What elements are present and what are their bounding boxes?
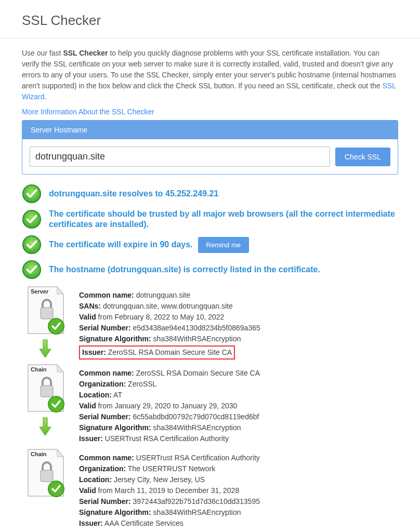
check-row: The certificate should be trusted by all… bbox=[22, 209, 398, 230]
cert-document-icon: Server bbox=[22, 285, 69, 337]
panel-body: Check SSL bbox=[22, 139, 398, 174]
page-header: SSL Checker bbox=[0, 0, 420, 38]
intro-pre: Use our fast bbox=[22, 49, 63, 57]
issuer-highlight: Issuer: ZeroSSL RSA Domain Secure Site C… bbox=[79, 345, 235, 360]
checks-list: dotrungquan.site resolves to 45.252.249.… bbox=[22, 184, 398, 280]
svg-rect-5 bbox=[41, 308, 53, 319]
remind-me-button[interactable]: Remind me bbox=[198, 237, 249, 253]
content-area: Use our fast SSL Checker to help you qui… bbox=[0, 38, 420, 532]
check-icon bbox=[22, 235, 42, 255]
cert-icon-wrap: Server bbox=[22, 285, 69, 360]
cert-details: Common name: dotrungquan.siteSANs: dotru… bbox=[79, 285, 260, 360]
cert-block: Chain Common name: USERTrust RSA Certifi… bbox=[22, 447, 398, 529]
intro-bold: SSL Checker bbox=[63, 49, 108, 57]
check-icon bbox=[22, 209, 42, 229]
svg-text:Chain: Chain bbox=[31, 451, 47, 457]
cert-chain: Server Common name: dotrungquan.siteSANs… bbox=[22, 285, 398, 529]
hostname-panel: Server Hostname Check SSL bbox=[22, 120, 398, 175]
check-row: The hostname (dotrungquan.site) is corre… bbox=[22, 260, 398, 280]
check-row: dotrungquan.site resolves to 45.252.249.… bbox=[22, 184, 398, 204]
cert-block: Chain Common name: ZeroSSL RSA Domain Se… bbox=[22, 363, 398, 444]
hostname-input[interactable] bbox=[30, 147, 330, 167]
arrow-down-icon bbox=[37, 339, 53, 360]
cert-details: Common name: ZeroSSL RSA Domain Secure S… bbox=[79, 363, 260, 444]
arrow-down-icon bbox=[37, 417, 53, 437]
cert-details: Common name: USERTrust RSA Certification… bbox=[79, 447, 260, 529]
more-info-link[interactable]: More Information About the SSL Checker bbox=[22, 108, 398, 116]
cert-block: Server Common name: dotrungquan.siteSANs… bbox=[22, 285, 398, 360]
check-text: The hostname (dotrungquan.site) is corre… bbox=[49, 264, 320, 275]
check-icon bbox=[22, 260, 42, 280]
check-icon bbox=[22, 184, 42, 204]
svg-rect-11 bbox=[41, 470, 53, 482]
cert-icon-wrap: Chain bbox=[22, 363, 69, 444]
cert-document-icon: Chain bbox=[22, 447, 69, 499]
svg-text:Chain: Chain bbox=[31, 366, 47, 373]
check-row: The certificate will expire in 90 days.R… bbox=[22, 235, 398, 255]
check-ssl-button[interactable]: Check SSL bbox=[335, 148, 390, 166]
cert-icon-wrap: Chain bbox=[22, 447, 69, 529]
check-text: dotrungquan.site resolves to 45.252.249.… bbox=[49, 189, 218, 199]
svg-text:Server: Server bbox=[31, 288, 49, 295]
cert-document-icon: Chain bbox=[22, 363, 69, 415]
check-text: The certificate should be trusted by all… bbox=[49, 209, 398, 230]
panel-title: Server Hostname bbox=[22, 121, 398, 139]
check-text: The certificate will expire in 90 days.R… bbox=[49, 237, 249, 253]
page-title: SSL Checker bbox=[22, 12, 398, 29]
svg-rect-8 bbox=[41, 385, 53, 397]
intro-text: Use our fast SSL Checker to help you qui… bbox=[22, 48, 398, 102]
intro-period: . bbox=[45, 92, 47, 101]
